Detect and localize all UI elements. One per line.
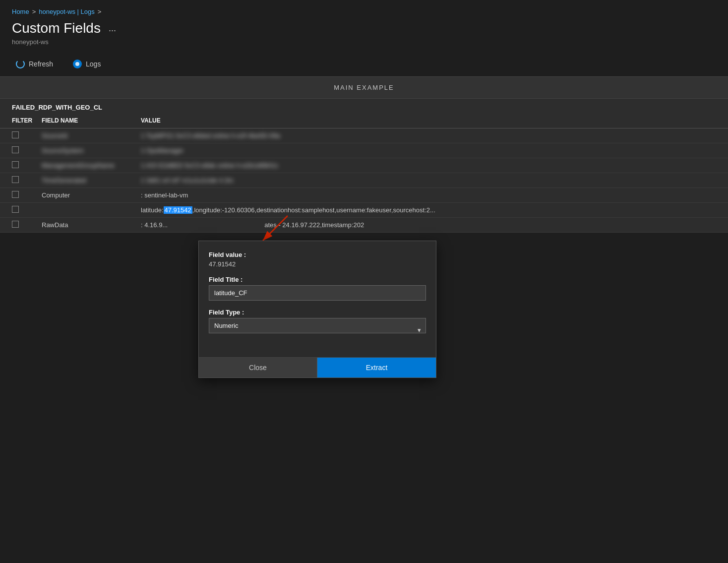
field-name: Computer [42, 191, 141, 199]
row-checkbox[interactable] [12, 161, 19, 168]
extract-button[interactable]: Extract [317, 358, 436, 377]
field-name: RawData [42, 221, 141, 229]
refresh-icon [16, 60, 25, 68]
row-checkbox[interactable] [12, 176, 19, 183]
latitude-value[interactable]: latitude:47.91542,longitude:-120.60306,d… [141, 206, 716, 214]
field-type-select[interactable]: String Numeric Boolean DateTime [209, 318, 426, 333]
field-title-input[interactable] [209, 285, 426, 301]
table-row: ManagementGroupName 1 AOI E2d8ED 5cC3 e8… [0, 158, 728, 173]
header: Home > honeypot-ws | Logs > Custom Field… [0, 0, 728, 76]
ellipsis-button[interactable]: ... [107, 23, 118, 34]
col-value: VALUE [141, 117, 716, 124]
field-name: SourceId [42, 132, 141, 139]
table-header: FILTER FIELD NAME VALUE [0, 113, 728, 128]
table-row: SourceSystem 1 OpsManager [0, 143, 728, 158]
breadcrumb-sep2: > [98, 8, 102, 15]
field-name: TimeGenerated [42, 177, 141, 184]
row-checkbox[interactable] [12, 131, 19, 138]
field-type-wrapper: String Numeric Boolean DateTime [209, 318, 426, 341]
col-field-name: FIELD NAME [42, 117, 141, 124]
field-value: 1 TcpMFO1 5cC3 e8ded online h-e2f-4be0D-… [141, 132, 716, 139]
row-checkbox[interactable] [12, 191, 19, 198]
close-button[interactable]: Close [199, 358, 317, 377]
row-checkbox[interactable] [12, 206, 19, 213]
popup-field-value: 47.91542 [209, 260, 426, 268]
popup-content: Field value : 47.91542 Field Title : Fie… [199, 241, 436, 357]
field-value: : 4.16.9... ates - 24.16.97.222,timestam… [141, 221, 716, 229]
logs-icon [73, 60, 82, 68]
refresh-button[interactable]: Refresh [12, 58, 57, 70]
toolbar: Refresh Logs [12, 54, 716, 76]
field-value: 1 3d61 e4 inF m1u1u1cide 4.3m [141, 177, 716, 184]
popup-buttons: Close Extract [199, 357, 436, 377]
table-row: Computer : sentinel-lab-vm [0, 188, 728, 203]
field-title-label: Field Title : [209, 276, 426, 283]
page-subtitle: honeypot-ws [12, 38, 716, 46]
table-title: FAILED_RDP_WITH_GEO_CL [0, 99, 728, 113]
row-checkbox[interactable] [12, 146, 19, 153]
refresh-label: Refresh [29, 60, 53, 68]
field-type-label: Field Type : [209, 309, 426, 316]
section-header: MAIN EXAMPLE [0, 77, 728, 99]
table-row: RawData : 4.16.9... ates - 24.16.97.222,… [0, 218, 728, 233]
table-row: SourceId 1 TcpMFO1 5cC3 e8ded online h-e… [0, 128, 728, 143]
field-value-label: Field value : [209, 251, 426, 258]
field-value: 1 OpsManager [141, 147, 716, 154]
breadcrumb-home[interactable]: Home [12, 8, 29, 15]
row-checkbox[interactable] [12, 221, 19, 228]
latitude-row: latitude:47.91542,longitude:-120.60306,d… [0, 203, 728, 218]
page-title: Custom Fields ... [12, 20, 716, 36]
lat-highlight[interactable]: 47.91542 [164, 206, 192, 214]
popup-dialog: Field value : 47.91542 Field Title : Fie… [198, 241, 436, 378]
field-value: : sentinel-lab-vm [141, 191, 716, 199]
main-content: MAIN EXAMPLE FAILED_RDP_WITH_GEO_CL FILT… [0, 77, 728, 233]
breadcrumb: Home > honeypot-ws | Logs > [12, 8, 716, 15]
field-value: 1 AOI E2d8ED 5cC3 e8de online h-e2b1d6B4… [141, 162, 716, 169]
logs-button[interactable]: Logs [69, 58, 105, 70]
col-filter: FILTER [12, 117, 42, 124]
field-name: ManagementGroupName [42, 162, 141, 169]
title-text: Custom Fields [12, 20, 101, 36]
field-name: SourceSystem [42, 147, 141, 154]
logs-label: Logs [86, 60, 101, 68]
breadcrumb-sep1: > [32, 8, 36, 15]
table-row: TimeGenerated 1 3d61 e4 inF m1u1u1cide 4… [0, 173, 728, 188]
svg-point-0 [75, 62, 79, 66]
breadcrumb-workspace[interactable]: honeypot-ws | Logs [39, 8, 95, 15]
